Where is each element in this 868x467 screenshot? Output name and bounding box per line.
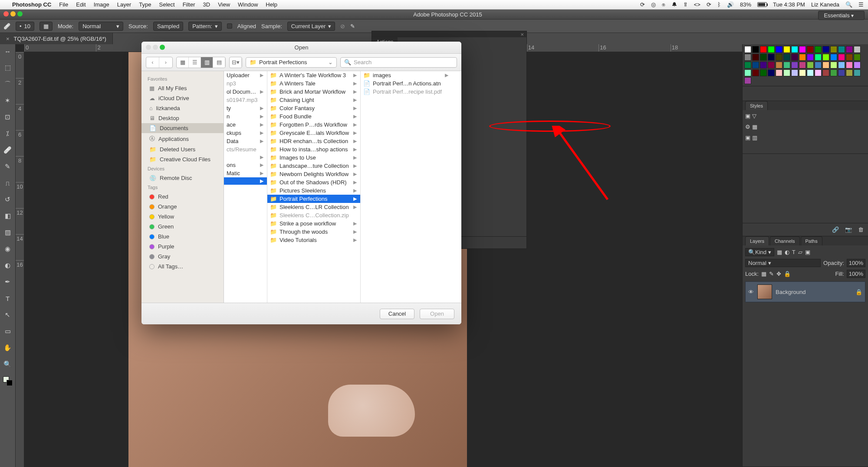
lock-position-icon[interactable]: ✥	[776, 271, 781, 277]
file-row[interactable]: Data▶	[224, 137, 267, 145]
view-icons-icon[interactable]: ▦	[177, 57, 189, 68]
file-row[interactable]: 📁HDR enchan…ts Collection▶	[267, 137, 360, 145]
opacity-value[interactable]: 100%	[847, 259, 865, 267]
blend-mode-dropdown[interactable]: Normal ▾	[745, 259, 821, 267]
swatch[interactable]	[760, 46, 767, 53]
swatch[interactable]	[807, 46, 814, 53]
swatch[interactable]	[799, 46, 806, 53]
link-icon[interactable]: 🔗	[832, 226, 839, 233]
swatch[interactable]	[783, 62, 790, 69]
sidebar-item[interactable]: 📁Deleted Users	[141, 144, 224, 154]
file-row[interactable]: 📁Images to Use▶	[267, 153, 360, 162]
source-pattern[interactable]: Pattern: ▾	[188, 22, 222, 31]
file-row[interactable]: 📁How to insta…shop actions▶	[267, 145, 360, 153]
camera-icon[interactable]: 📷	[845, 226, 852, 233]
menu-image[interactable]: Image	[94, 1, 109, 8]
swatch[interactable]	[822, 62, 829, 69]
tool-preset-icon[interactable]: 🩹	[3, 23, 10, 29]
sidebar-item[interactable]: 📁Creative Cloud Files	[141, 154, 224, 164]
brush-size[interactable]: •10	[16, 22, 34, 31]
dodge-tool[interactable]: ◐	[3, 261, 12, 270]
layers-tab[interactable]: Layers	[745, 236, 769, 245]
column-2[interactable]: 📁A Winter's Tale Workflow 3▶📁A Winters T…	[267, 71, 361, 303]
view-list-icon[interactable]: ☰	[189, 57, 201, 68]
swatch[interactable]	[768, 69, 775, 76]
brush-tool[interactable]: ✎	[3, 162, 12, 171]
swatch[interactable]	[744, 62, 751, 69]
swatch[interactable]	[791, 54, 798, 61]
swatch[interactable]	[846, 62, 853, 69]
blur-tool[interactable]: ◉	[3, 245, 12, 253]
fg-bg-colors[interactable]	[3, 376, 13, 386]
swatch[interactable]	[846, 69, 853, 76]
nav-forward-icon[interactable]: ›	[159, 57, 172, 68]
aligned-checkbox[interactable]	[227, 23, 232, 29]
gradient-tool[interactable]: ▨	[3, 228, 12, 237]
actions-close-icon[interactable]: ×	[520, 31, 524, 38]
swatch[interactable]	[838, 54, 845, 61]
battery-icon[interactable]	[757, 2, 767, 7]
search-field[interactable]: 🔍Search	[340, 57, 457, 68]
sidebar-item[interactable]: Yellow	[141, 212, 224, 222]
lock-pixels-icon[interactable]: ✎	[769, 271, 774, 277]
layer-row-background[interactable]: 👁 Background 🔒	[745, 281, 865, 302]
pressure-icon[interactable]: ✎	[350, 23, 355, 29]
swatches-panel[interactable]	[743, 44, 868, 86]
user-name[interactable]: Liz Kaneda	[811, 1, 839, 8]
swatch[interactable]	[799, 69, 806, 76]
visibility-icon[interactable]: 👁	[748, 289, 754, 295]
swatch[interactable]	[854, 54, 861, 61]
move-tool[interactable]: ↔	[3, 47, 12, 56]
swatch[interactable]	[752, 46, 759, 53]
layer-kind-filter[interactable]: 🔍Kind ▾	[745, 248, 774, 256]
swatch[interactable]	[776, 46, 783, 53]
sidebar-item[interactable]: Gray	[141, 251, 224, 261]
history-brush-tool[interactable]: ↺	[3, 195, 12, 204]
sidebar-item[interactable]: ⒶApplications	[141, 133, 224, 144]
file-row[interactable]: 📁Greyscale E…ials Workflow▶	[267, 129, 360, 137]
sidebar-item[interactable]: Purple	[141, 242, 224, 251]
sidebar-item[interactable]: 📄Documents	[141, 123, 224, 133]
status-volume-icon[interactable]: 🔊	[727, 1, 734, 8]
marquee-tool[interactable]: ⬚	[3, 63, 12, 72]
swatch[interactable]	[854, 62, 861, 69]
file-row[interactable]: 📁Chasing Light▶	[267, 96, 360, 104]
swatch[interactable]	[760, 54, 767, 61]
swatch[interactable]	[838, 69, 845, 76]
sidebar-item[interactable]: Blue	[141, 232, 224, 242]
cancel-button[interactable]: Cancel	[380, 309, 414, 319]
file-row[interactable]: cts/Resume	[224, 145, 267, 153]
file-row[interactable]: 📄Portrait Perf…n Actions.atn	[361, 79, 452, 88]
swatch[interactable]	[822, 54, 829, 61]
brush-panel-icon[interactable]: ▦	[39, 22, 53, 31]
swatch[interactable]	[830, 54, 837, 61]
swatch[interactable]	[854, 46, 861, 53]
stamp-tool[interactable]: ⎍	[3, 179, 12, 187]
swatch[interactable]	[783, 46, 790, 53]
sidebar-item[interactable]: ⌂lizkaneda	[141, 103, 224, 113]
sidebar-item[interactable]: Green	[141, 222, 224, 232]
menu-edit[interactable]: Edit	[76, 1, 85, 8]
path-tool[interactable]: ↖	[3, 310, 12, 319]
filter-adjust-icon[interactable]: ◐	[785, 249, 789, 255]
swatch[interactable]	[744, 77, 751, 84]
sidebar-item[interactable]: All Tags…	[141, 261, 224, 271]
file-row[interactable]: 📁images▶	[361, 71, 452, 79]
crop-tool[interactable]: ⊡	[3, 113, 12, 121]
nav-back-icon[interactable]: ‹	[146, 57, 159, 68]
sidebar-item[interactable]: 🖥Desktop	[141, 113, 224, 123]
swatch[interactable]	[807, 69, 814, 76]
menu-view[interactable]: View	[218, 1, 230, 8]
swatch[interactable]	[791, 62, 798, 69]
swatch[interactable]	[822, 46, 829, 53]
menu-filter[interactable]: Filter	[183, 1, 195, 8]
menu-file[interactable]: File	[59, 1, 68, 8]
menu-icon[interactable]: ☰	[858, 1, 864, 8]
file-row[interactable]: 📁A Winter's Tale Workflow 3▶	[267, 71, 360, 79]
file-row[interactable]: Uploader▶	[224, 71, 267, 79]
file-row[interactable]: ol Documents▶	[224, 88, 267, 96]
swatch[interactable]	[760, 62, 767, 69]
eraser-tool[interactable]: ◧	[3, 212, 12, 220]
file-row[interactable]: 📄Portrait Perf…recipe list.pdf	[361, 88, 452, 96]
file-row[interactable]: 📁Out of the Shadows (HDR)▶	[267, 178, 360, 186]
